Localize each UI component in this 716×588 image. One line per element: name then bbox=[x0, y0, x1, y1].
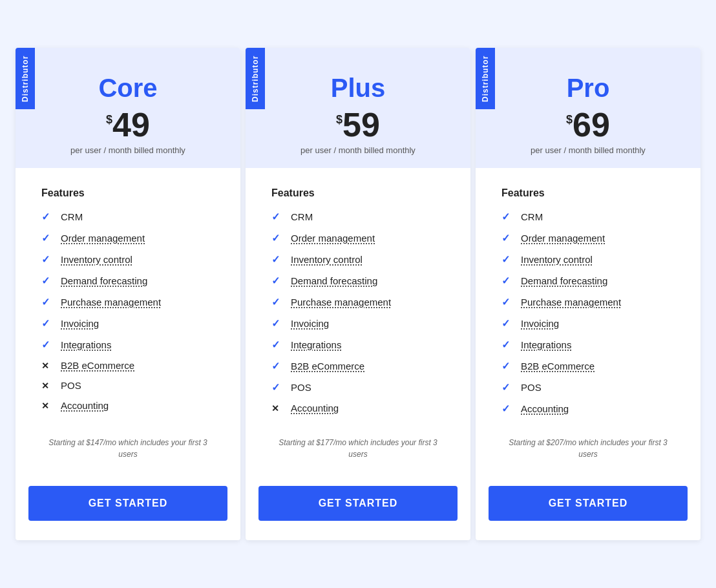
check-icon-pro-invoicing: ✓ bbox=[501, 317, 513, 330]
feature-item-plus-purchase-management: ✓Purchase management bbox=[271, 296, 445, 308]
feature-item-pro-crm: ✓CRM bbox=[501, 211, 675, 223]
plan-body-core: Features✓CRM✓Order management✓Inventory … bbox=[16, 168, 240, 486]
plan-name-plus: Plus bbox=[258, 74, 458, 103]
feature-item-pro-integrations: ✓Integrations bbox=[501, 339, 675, 351]
get-started-button-pro[interactable]: GET STARTED bbox=[489, 486, 688, 521]
feature-item-plus-inventory-control: ✓Inventory control bbox=[271, 253, 445, 266]
check-icon-plus-integrations: ✓ bbox=[271, 339, 283, 351]
cross-icon-core-pos: ✕ bbox=[41, 381, 53, 391]
feature-item-plus-invoicing: ✓Invoicing bbox=[271, 317, 445, 330]
plan-name-pro: Pro bbox=[489, 74, 688, 103]
feature-item-plus-crm: ✓CRM bbox=[271, 211, 445, 223]
feature-text-pro-inventory-control: Inventory control bbox=[521, 254, 593, 265]
pricing-container: DistributorCore$49per user / month bille… bbox=[13, 48, 703, 540]
check-icon-pro-accounting: ✓ bbox=[501, 403, 513, 415]
feature-text-core-demand-forecasting: Demand forecasting bbox=[61, 275, 147, 286]
features-label-pro: Features bbox=[501, 187, 675, 199]
distributor-tab-core: Distributor bbox=[16, 48, 35, 109]
distributor-tab-pro: Distributor bbox=[476, 48, 495, 109]
plan-price-pro: $69 bbox=[489, 108, 688, 142]
feature-text-core-pos: POS bbox=[61, 380, 81, 391]
check-icon-plus-pos: ✓ bbox=[271, 381, 283, 394]
check-icon-core-integrations: ✓ bbox=[41, 339, 53, 351]
feature-item-plus-integrations: ✓Integrations bbox=[271, 339, 445, 351]
feature-item-pro-demand-forecasting: ✓Demand forecasting bbox=[501, 275, 675, 287]
price-dollar-plus: $ bbox=[336, 113, 342, 127]
get-started-button-plus[interactable]: GET STARTED bbox=[258, 486, 458, 521]
price-amount-core: 49 bbox=[112, 108, 150, 142]
check-icon-plus-purchase-management: ✓ bbox=[271, 296, 283, 308]
plan-price-plus: $59 bbox=[258, 108, 458, 142]
feature-item-core-inventory-control: ✓Inventory control bbox=[41, 253, 215, 266]
feature-item-core-accounting: ✕Accounting bbox=[41, 400, 215, 411]
plan-footer-core: GET STARTED bbox=[16, 486, 240, 540]
check-icon-plus-b2b-ecommerce: ✓ bbox=[271, 360, 283, 372]
feature-text-core-invoicing: Invoicing bbox=[61, 318, 99, 329]
check-icon-core-purchase-management: ✓ bbox=[41, 296, 53, 308]
feature-item-pro-b2b-ecommerce: ✓B2B eCommerce bbox=[501, 360, 675, 372]
plan-footer-pro: GET STARTED bbox=[476, 486, 700, 540]
check-icon-pro-crm: ✓ bbox=[501, 211, 513, 223]
cross-icon-core-b2b-ecommerce: ✕ bbox=[41, 361, 53, 371]
feature-text-plus-pos: POS bbox=[291, 382, 311, 393]
feature-item-core-pos: ✕POS bbox=[41, 380, 215, 391]
feature-text-plus-accounting: Accounting bbox=[291, 403, 339, 414]
feature-item-plus-demand-forecasting: ✓Demand forecasting bbox=[271, 275, 445, 287]
feature-item-plus-pos: ✓POS bbox=[271, 381, 445, 394]
check-icon-core-demand-forecasting: ✓ bbox=[41, 275, 53, 287]
price-amount-plus: 59 bbox=[342, 108, 380, 142]
feature-text-core-order-management: Order management bbox=[61, 233, 145, 244]
check-icon-core-order-management: ✓ bbox=[41, 232, 53, 244]
feature-item-pro-inventory-control: ✓Inventory control bbox=[501, 253, 675, 266]
feature-item-core-invoicing: ✓Invoicing bbox=[41, 317, 215, 330]
feature-list-core: ✓CRM✓Order management✓Inventory control✓… bbox=[41, 211, 215, 424]
check-icon-pro-purchase-management: ✓ bbox=[501, 296, 513, 308]
price-dollar-core: $ bbox=[106, 113, 112, 127]
check-icon-plus-demand-forecasting: ✓ bbox=[271, 275, 283, 287]
feature-item-core-order-management: ✓Order management bbox=[41, 232, 215, 244]
feature-item-core-b2b-ecommerce: ✕B2B eCommerce bbox=[41, 360, 215, 371]
feature-text-pro-order-management: Order management bbox=[521, 233, 605, 244]
feature-text-pro-purchase-management: Purchase management bbox=[521, 297, 621, 308]
plan-header-plus: DistributorPlus$59per user / month bille… bbox=[246, 48, 470, 168]
plan-header-pro: DistributorPro$69per user / month billed… bbox=[476, 48, 700, 168]
feature-text-plus-invoicing: Invoicing bbox=[291, 318, 329, 329]
check-icon-pro-inventory-control: ✓ bbox=[501, 253, 513, 266]
starting-note-pro: Starting at $207/mo which includes your … bbox=[501, 437, 675, 460]
check-icon-pro-b2b-ecommerce: ✓ bbox=[501, 360, 513, 372]
get-started-button-core[interactable]: GET STARTED bbox=[28, 486, 227, 521]
feature-item-plus-order-management: ✓Order management bbox=[271, 232, 445, 244]
feature-item-pro-pos: ✓POS bbox=[501, 381, 675, 394]
check-icon-core-inventory-control: ✓ bbox=[41, 253, 53, 266]
check-icon-plus-order-management: ✓ bbox=[271, 232, 283, 244]
feature-item-core-crm: ✓CRM bbox=[41, 211, 215, 223]
feature-text-core-inventory-control: Inventory control bbox=[61, 254, 132, 265]
plan-body-plus: Features✓CRM✓Order management✓Inventory … bbox=[246, 168, 470, 486]
feature-item-plus-b2b-ecommerce: ✓B2B eCommerce bbox=[271, 360, 445, 372]
feature-text-pro-accounting: Accounting bbox=[521, 403, 569, 414]
feature-text-plus-purchase-management: Purchase management bbox=[291, 297, 391, 308]
plan-name-core: Core bbox=[28, 74, 227, 103]
features-label-core: Features bbox=[41, 187, 215, 199]
price-amount-pro: 69 bbox=[573, 108, 610, 142]
check-icon-pro-integrations: ✓ bbox=[501, 339, 513, 351]
plan-price-core: $49 bbox=[28, 108, 227, 142]
feature-text-core-integrations: Integrations bbox=[61, 339, 111, 350]
check-icon-plus-invoicing: ✓ bbox=[271, 317, 283, 330]
feature-item-core-integrations: ✓Integrations bbox=[41, 339, 215, 351]
distributor-tab-plus: Distributor bbox=[246, 48, 265, 109]
feature-text-core-purchase-management: Purchase management bbox=[61, 297, 161, 308]
feature-text-pro-demand-forecasting: Demand forecasting bbox=[521, 275, 607, 286]
feature-text-pro-b2b-ecommerce: B2B eCommerce bbox=[521, 361, 595, 372]
feature-item-core-demand-forecasting: ✓Demand forecasting bbox=[41, 275, 215, 287]
feature-item-plus-accounting: ✕Accounting bbox=[271, 403, 445, 414]
starting-note-plus: Starting at $177/mo which includes your … bbox=[271, 437, 445, 460]
feature-text-plus-inventory-control: Inventory control bbox=[291, 254, 363, 265]
feature-item-pro-accounting: ✓Accounting bbox=[501, 403, 675, 415]
check-icon-pro-order-management: ✓ bbox=[501, 232, 513, 244]
plan-card-plus: DistributorPlus$59per user / month bille… bbox=[246, 48, 470, 540]
starting-note-core: Starting at $147/mo which includes your … bbox=[41, 437, 215, 460]
feature-item-pro-invoicing: ✓Invoicing bbox=[501, 317, 675, 330]
check-icon-plus-inventory-control: ✓ bbox=[271, 253, 283, 266]
price-dollar-pro: $ bbox=[566, 113, 573, 127]
